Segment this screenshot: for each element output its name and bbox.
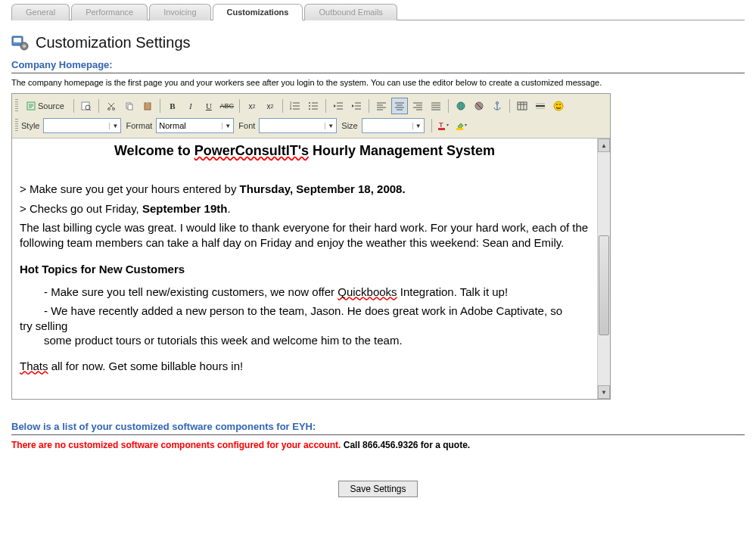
svg-rect-12 bbox=[145, 103, 151, 110]
superscript-button[interactable]: x2 bbox=[262, 98, 278, 114]
paste-button[interactable] bbox=[139, 98, 156, 114]
svg-point-21 bbox=[309, 105, 310, 107]
divider bbox=[11, 434, 745, 435]
scroll-up-icon[interactable]: ▲ bbox=[598, 139, 610, 152]
editor-scrollbar[interactable]: ▲ ▼ bbox=[598, 139, 610, 399]
indent-button[interactable] bbox=[348, 98, 365, 114]
preview-button[interactable] bbox=[78, 98, 95, 114]
svg-point-48 bbox=[457, 102, 465, 110]
svg-rect-66 bbox=[456, 128, 463, 130]
size-label: Size bbox=[341, 121, 357, 130]
tabs-bar: General Performance Invoicing Customizat… bbox=[11, 3, 745, 20]
save-settings-button[interactable]: Save Settings bbox=[338, 481, 417, 497]
format-combo[interactable]: ▼ bbox=[156, 118, 234, 133]
tab-outbound-emails[interactable]: Outbound Emails bbox=[304, 4, 397, 20]
tab-customizations[interactable]: Customizations bbox=[213, 4, 303, 20]
scroll-down-icon[interactable]: ▼ bbox=[598, 385, 610, 399]
unordered-list-button[interactable] bbox=[305, 98, 322, 114]
svg-point-22 bbox=[309, 108, 310, 110]
bullet-2: - We have recently added a new person to… bbox=[20, 304, 590, 348]
style-input[interactable] bbox=[44, 120, 109, 132]
svg-point-8 bbox=[107, 108, 110, 111]
grip-icon bbox=[15, 99, 18, 113]
source-label: Source bbox=[38, 101, 64, 111]
tab-general[interactable]: General bbox=[11, 4, 70, 20]
align-justify-button[interactable] bbox=[428, 98, 444, 114]
svg-rect-1 bbox=[14, 38, 21, 42]
italic-button[interactable]: I bbox=[182, 98, 199, 114]
style-combo[interactable]: ▼ bbox=[43, 118, 121, 133]
svg-point-61 bbox=[554, 101, 563, 111]
align-right-button[interactable] bbox=[409, 98, 426, 114]
smiley-button[interactable] bbox=[550, 98, 567, 114]
svg-rect-11 bbox=[128, 104, 132, 110]
hot-topics-heading: Hot Topics for New Customers bbox=[20, 262, 590, 277]
section-description: The company homepage is the first page y… bbox=[11, 78, 745, 87]
chevron-down-icon[interactable]: ▼ bbox=[412, 123, 424, 129]
chevron-down-icon[interactable]: ▼ bbox=[325, 123, 336, 129]
subscript-button[interactable]: x2 bbox=[244, 98, 260, 114]
bold-button[interactable]: B bbox=[164, 98, 181, 114]
link-button[interactable] bbox=[453, 98, 469, 114]
strikethrough-button[interactable]: ABC bbox=[219, 98, 235, 114]
warning-message: There are no customized software compone… bbox=[11, 440, 745, 450]
text-color-button[interactable]: T bbox=[436, 117, 453, 134]
editor-content[interactable]: Welcome to PowerConsultIT's Hourly Manag… bbox=[12, 139, 598, 399]
rich-text-editor: Source B I U ABC bbox=[11, 93, 611, 400]
svg-point-63 bbox=[559, 104, 561, 105]
content-line-2: > Checks go out Friday, September 19th. bbox=[20, 201, 590, 216]
content-paragraph: The last billing cycle was great. I woul… bbox=[20, 220, 590, 250]
underline-button[interactable]: U bbox=[201, 98, 217, 114]
svg-rect-65 bbox=[438, 128, 445, 130]
align-left-button[interactable] bbox=[373, 98, 390, 114]
source-button[interactable]: Source bbox=[21, 98, 70, 114]
copy-button[interactable] bbox=[121, 98, 138, 114]
cut-button[interactable] bbox=[103, 98, 120, 114]
svg-point-9 bbox=[112, 108, 114, 111]
table-button[interactable] bbox=[514, 98, 530, 114]
closing-line: Thats all for now. Get some billable hou… bbox=[20, 359, 590, 374]
grip-icon bbox=[15, 119, 18, 132]
anchor-button[interactable] bbox=[489, 98, 506, 114]
bullet-1: - Make sure you tell new/existing custom… bbox=[20, 285, 590, 300]
svg-point-3 bbox=[23, 45, 26, 48]
svg-text:3: 3 bbox=[290, 107, 292, 111]
scroll-track[interactable] bbox=[598, 152, 610, 385]
font-label: Font bbox=[238, 121, 255, 130]
svg-point-20 bbox=[309, 102, 310, 104]
divider bbox=[11, 73, 745, 73]
tab-invoicing[interactable]: Invoicing bbox=[149, 4, 210, 20]
svg-rect-13 bbox=[146, 102, 149, 104]
svg-rect-54 bbox=[518, 102, 527, 110]
svg-text:T: T bbox=[439, 121, 443, 129]
chevron-down-icon[interactable]: ▼ bbox=[222, 123, 233, 129]
unlink-button[interactable] bbox=[471, 98, 487, 114]
align-center-button[interactable] bbox=[391, 98, 408, 114]
ordered-list-button[interactable]: 123 bbox=[287, 98, 303, 114]
settings-icon bbox=[11, 35, 30, 51]
editor-toolbar: Source B I U ABC bbox=[12, 94, 610, 139]
svg-line-7 bbox=[89, 109, 91, 111]
content-line-1: > Make sure you get your hours entered b… bbox=[20, 182, 590, 197]
tab-performance[interactable]: Performance bbox=[71, 4, 148, 20]
section-heading-components: Below is a list of your customized softw… bbox=[11, 421, 745, 432]
svg-point-62 bbox=[556, 104, 558, 105]
outdent-button[interactable] bbox=[330, 98, 347, 114]
scroll-thumb[interactable] bbox=[599, 235, 609, 335]
horizontal-rule-button[interactable] bbox=[532, 98, 549, 114]
font-combo[interactable]: ▼ bbox=[259, 118, 337, 133]
size-input[interactable] bbox=[362, 120, 412, 132]
style-label: Style bbox=[21, 121, 39, 130]
format-input[interactable] bbox=[157, 120, 222, 132]
size-combo[interactable]: ▼ bbox=[362, 118, 425, 133]
format-label: Format bbox=[126, 121, 152, 130]
page-title: Customization Settings bbox=[36, 34, 191, 51]
bg-color-button[interactable] bbox=[454, 117, 471, 134]
chevron-down-icon[interactable]: ▼ bbox=[109, 123, 120, 129]
font-input[interactable] bbox=[260, 120, 325, 132]
welcome-heading: Welcome to PowerConsultIT's Hourly Manag… bbox=[20, 143, 590, 159]
section-heading-homepage: Company Homepage: bbox=[11, 59, 745, 70]
